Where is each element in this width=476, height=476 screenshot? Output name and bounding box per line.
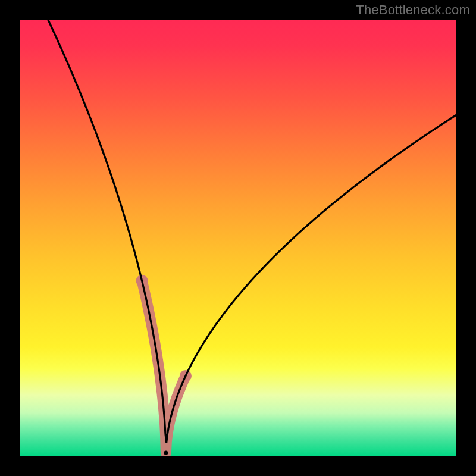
- attribution-text: TheBottleneck.com: [356, 2, 470, 18]
- chart-frame: TheBottleneck.com: [0, 0, 476, 476]
- bottleneck-curve: [48, 20, 456, 443]
- curve-layer: [20, 20, 456, 456]
- plot-area: [20, 20, 456, 456]
- minimum-marker: [164, 451, 168, 455]
